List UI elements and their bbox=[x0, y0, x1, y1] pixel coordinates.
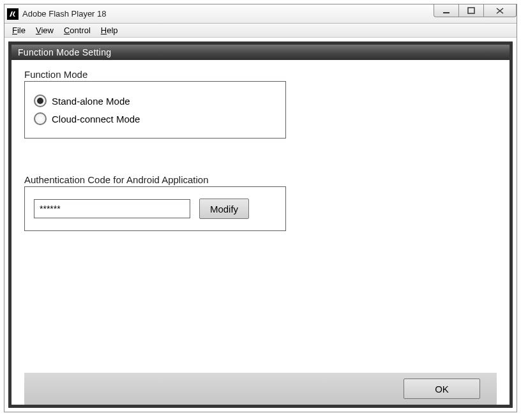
menubar: File View Control Help bbox=[4, 24, 517, 38]
panel-title: Function Mode Setting bbox=[11, 45, 510, 60]
function-mode-group: Stand-alone Mode Cloud-connect Mode bbox=[24, 81, 286, 139]
menu-file[interactable]: File bbox=[7, 25, 31, 36]
function-mode-label: Function Mode bbox=[24, 69, 497, 80]
maximize-button[interactable] bbox=[458, 4, 484, 17]
app-icon bbox=[7, 8, 19, 20]
panel-frame: Function Mode Setting Function Mode Stan… bbox=[8, 41, 513, 408]
radio-icon bbox=[34, 112, 47, 125]
titlebar: Adobe Flash Player 18 bbox=[4, 4, 517, 24]
svg-rect-1 bbox=[468, 8, 474, 13]
radio-icon bbox=[34, 94, 47, 107]
radio-cloud[interactable]: Cloud-connect Mode bbox=[34, 112, 276, 125]
modify-button[interactable]: Modify bbox=[199, 199, 249, 219]
auth-label: Authentication Code for Android Applicat… bbox=[24, 174, 497, 185]
radio-standalone[interactable]: Stand-alone Mode bbox=[34, 94, 276, 107]
auth-group: Modify bbox=[24, 186, 286, 231]
auth-code-input[interactable] bbox=[34, 199, 190, 218]
radio-cloud-label: Cloud-connect Mode bbox=[52, 114, 140, 124]
footer-bar: OK bbox=[24, 373, 497, 405]
close-button[interactable] bbox=[483, 4, 517, 17]
radio-standalone-label: Stand-alone Mode bbox=[52, 96, 130, 107]
panel-body: Function Mode Stand-alone Mode Cloud-con… bbox=[11, 60, 510, 405]
window-title: Adobe Flash Player 18 bbox=[22, 9, 107, 19]
ok-button[interactable]: OK bbox=[404, 379, 480, 399]
menu-control[interactable]: Control bbox=[59, 25, 96, 36]
minimize-button[interactable] bbox=[434, 4, 459, 17]
window-controls bbox=[434, 4, 517, 17]
client-area: Function Mode Setting Function Mode Stan… bbox=[4, 38, 517, 412]
menu-view[interactable]: View bbox=[31, 25, 59, 36]
svg-rect-0 bbox=[443, 12, 449, 13]
menu-help[interactable]: Help bbox=[96, 25, 123, 36]
app-window: Adobe Flash Player 18 File View Control … bbox=[4, 4, 517, 412]
